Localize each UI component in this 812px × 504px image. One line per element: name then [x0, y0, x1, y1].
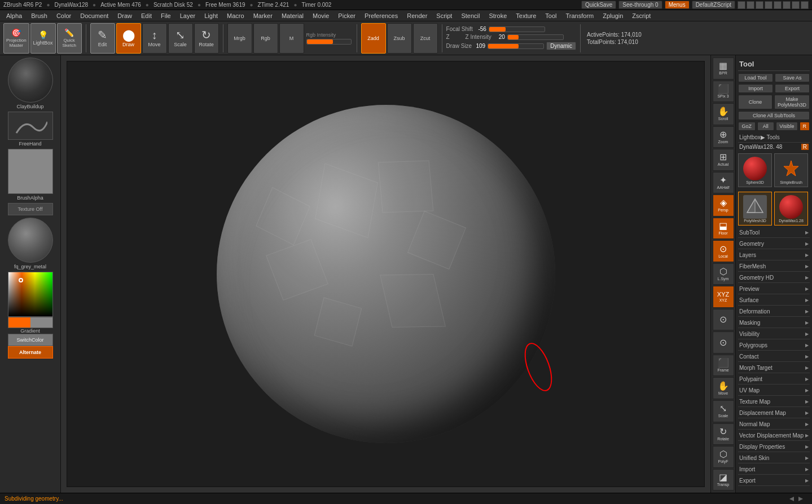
normal-map-header[interactable]: Normal Map ▶ [738, 419, 810, 429]
menu-item-brush[interactable]: Brush [27, 11, 51, 20]
xyz-button[interactable]: XYZ XYZ [713, 286, 734, 308]
move2-button[interactable]: ✋ Move [713, 377, 734, 399]
top-icon-6[interactable] [783, 1, 791, 9]
material-preview[interactable] [8, 218, 53, 263]
fibermesh-header[interactable]: FiberMesh ▶ [738, 262, 810, 271]
zcut-button[interactable]: Zcut [413, 23, 438, 54]
zoom-button[interactable]: ⊕ Zoom [713, 126, 734, 148]
transp-button[interactable]: ◪ Transp [713, 469, 734, 491]
quick-save-button[interactable]: QuickSave [581, 1, 616, 9]
aahalf-button[interactable]: ✦ AAHalf [713, 172, 734, 194]
z-intensity-slider[interactable] [507, 34, 564, 40]
rgb-intensity-slider[interactable] [306, 39, 352, 45]
alternate-button[interactable]: Alternate [8, 346, 53, 359]
texture-map-header[interactable]: Texture Map ▶ [738, 397, 810, 406]
subtool-header[interactable]: SubTool ▶ [738, 228, 810, 237]
lsym-button[interactable]: ⬡ L.Sym [713, 263, 734, 285]
draw-button[interactable]: ⬤ Draw [116, 23, 141, 54]
menu-item-transform[interactable]: Transform [562, 11, 598, 20]
menu-item-alpha[interactable]: Alpha [2, 11, 26, 20]
contact-header[interactable]: Contact ▶ [738, 352, 810, 361]
import-button[interactable]: Import [738, 84, 773, 93]
vector-displacement-map-header[interactable]: Vector Displacement Map ▶ [738, 431, 810, 440]
unified-skin-header[interactable]: Unified Skin ▶ [738, 453, 810, 463]
layers-header[interactable]: Layers ▶ [738, 250, 810, 260]
scroll-button[interactable]: ✋ Scroll [713, 103, 734, 125]
texture-preview[interactable]: Texture Off [8, 203, 53, 215]
top-icon-7[interactable] [792, 1, 800, 9]
menu-item-material[interactable]: Material [278, 11, 308, 20]
visibility-header[interactable]: Visibility ▶ [738, 329, 810, 339]
menu-item-light[interactable]: Light [200, 11, 222, 20]
alpha-preview[interactable] [8, 149, 53, 194]
floor-button[interactable]: ⬓ Floor [713, 218, 734, 240]
top-icon-8[interactable] [801, 1, 809, 9]
simplebrush-thumb[interactable]: SimpleBrush [774, 153, 808, 187]
rgb-button[interactable]: Rgb [253, 23, 278, 54]
edit-button[interactable]: ✎ Edit [90, 23, 115, 54]
scale2-button[interactable]: ⤡ Scale [713, 400, 734, 422]
polymesh3d-thumb[interactable]: PolyMesh3D [738, 192, 772, 226]
menu-item-color[interactable]: Color [52, 11, 75, 20]
visible-button[interactable]: Visible [776, 122, 797, 131]
menu-item-layer[interactable]: Layer [176, 11, 200, 20]
morph-target-header[interactable]: Morph Target ▶ [738, 363, 810, 373]
zadd-button[interactable]: Zadd [361, 23, 386, 54]
export2-header[interactable]: Export ▶ [738, 476, 810, 485]
save-as-button[interactable]: Save As [775, 73, 810, 82]
projection-master-button[interactable]: 🎯 ProjectionMaster [3, 23, 29, 54]
menu-item-edit[interactable]: Edit [137, 11, 156, 20]
load-tool-button[interactable]: Load Tool [738, 73, 773, 82]
menu-item-document[interactable]: Document [76, 11, 112, 20]
color-swatch[interactable] [8, 317, 53, 328]
geometry-header[interactable]: Geometry ▶ [738, 239, 810, 249]
goz-button[interactable]: GoZ [738, 122, 756, 131]
display-properties-header[interactable]: Display Properties ▶ [738, 442, 810, 452]
canvas-area[interactable] [61, 55, 710, 493]
menu-item-zplugin[interactable]: Zplugin [599, 11, 627, 20]
top-icon-1[interactable] [738, 1, 745, 9]
import2-header[interactable]: Import ▶ [738, 465, 810, 474]
dynamic-button[interactable]: Dynamic [546, 42, 576, 50]
lightbox-button[interactable]: 💡 LightBox [30, 23, 56, 54]
menu-item-stencil[interactable]: Stencil [457, 11, 484, 20]
move-button[interactable]: ↕ Move [142, 23, 167, 54]
focal-shift-slider[interactable] [489, 26, 545, 32]
frame-button[interactable]: ⬛ Frame [713, 355, 734, 377]
menu-item-render[interactable]: Render [403, 11, 431, 20]
default-zscript-button[interactable]: DefaultZScript [692, 1, 735, 9]
color-picker[interactable] [8, 272, 53, 317]
persp-button[interactable]: ◈ Persp [713, 194, 734, 216]
deformation-header[interactable]: Deformation ▶ [738, 307, 810, 316]
stroke-preview[interactable] [8, 112, 53, 140]
uv-map-header[interactable]: UV Map ▶ [738, 386, 810, 395]
mrgb-button[interactable]: Mrgb [227, 23, 252, 54]
quick-sketch-button[interactable]: ✏️ QuickSketch [57, 23, 82, 54]
sym1-button[interactable]: ⊙ [713, 309, 734, 331]
make-polymesh-button[interactable]: Make PolyMesh3D [774, 95, 810, 109]
draw-size-slider[interactable] [488, 43, 544, 49]
menu-item-tool[interactable]: Tool [541, 11, 560, 20]
export-button[interactable]: Export [775, 84, 810, 93]
menu-item-stroke[interactable]: Stroke [485, 11, 511, 20]
menu-item-macro[interactable]: Macro [223, 11, 248, 20]
menu-item-preferences[interactable]: Preferences [361, 11, 402, 20]
masking-header[interactable]: Masking ▶ [738, 318, 810, 328]
actual-button[interactable]: ⊞ Actual [713, 149, 734, 171]
top-icon-3[interactable] [756, 1, 763, 9]
sphere3d-thumb[interactable]: Sphere3D [738, 153, 772, 187]
top-icon-2[interactable] [747, 1, 754, 9]
menu-item-script[interactable]: Script [432, 11, 456, 20]
menu-item-marker[interactable]: Marker [249, 11, 276, 20]
r-label2[interactable]: R [801, 144, 809, 150]
sym2-button[interactable]: ⊙ [713, 331, 734, 353]
spix-button[interactable]: ⬛ SPix 3 [713, 81, 734, 103]
preview-header[interactable]: Preview ▶ [738, 284, 810, 294]
polygroups-header[interactable]: Polygroups ▶ [738, 341, 810, 350]
displacement-map-header[interactable]: Displacement Map ▶ [738, 408, 810, 418]
top-icon-4[interactable] [765, 1, 773, 9]
menu-item-zscript[interactable]: Zscript [628, 11, 655, 20]
menu-item-picker[interactable]: Picker [334, 11, 359, 20]
clone-all-button[interactable]: Clone All SubTools [738, 111, 810, 120]
polyf-button[interactable]: ⬡ PolyF [713, 446, 734, 468]
